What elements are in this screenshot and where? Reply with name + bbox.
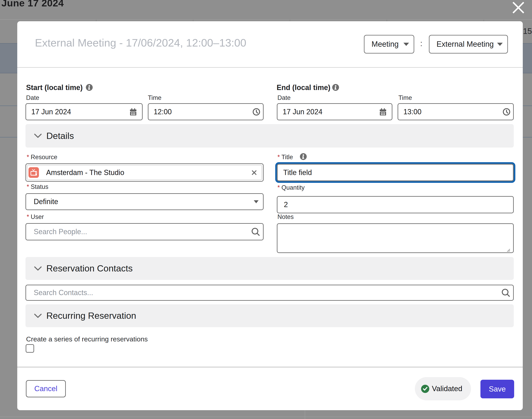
- calendar-column-line-bottom: [305, 410, 305, 419]
- calendar-header-line: [0, 19, 532, 20]
- resource-tv-icon: [28, 167, 39, 178]
- start-time-value: 12:00: [154, 108, 172, 116]
- quantity-label-text: Quantity: [281, 184, 304, 191]
- quantity-label: *Quantity: [277, 184, 305, 191]
- close-icon[interactable]: [512, 1, 524, 14]
- chevron-down-icon: [34, 133, 42, 139]
- calendar-icon: [380, 108, 386, 116]
- reservation-subtype-value: External Meeting: [437, 40, 494, 49]
- notes-label: Notes: [277, 213, 294, 221]
- resource-value: Amsterdam - The Studio: [46, 168, 124, 177]
- user-search-placeholder: Search People...: [34, 228, 87, 236]
- calendar-grid-line-bottom: [0, 417, 532, 417]
- section-details[interactable]: Details: [26, 124, 514, 147]
- end-date-label: Date: [277, 94, 290, 102]
- end-date-input[interactable]: 17 Jun 2024: [277, 103, 392, 120]
- required-marker: *: [27, 183, 29, 190]
- resource-label: *Resource: [27, 154, 57, 161]
- validated-label: Validated: [432, 384, 462, 393]
- chevron-down-icon: [254, 200, 259, 203]
- clock-icon: [252, 108, 260, 116]
- calendar-icon: [130, 108, 136, 116]
- search-icon: [501, 288, 510, 297]
- required-marker: *: [277, 184, 280, 191]
- recurring-checkbox[interactable]: [26, 344, 34, 353]
- start-heading: Start (local time): [26, 83, 83, 92]
- clock-icon-wrap: [503, 108, 511, 116]
- end-info-icon[interactable]: [332, 84, 339, 91]
- reservation-type-value: Meeting: [371, 40, 399, 49]
- recurring-checkbox-label: Create a series of recurring reservation…: [26, 335, 148, 343]
- status-select[interactable]: Definite: [26, 193, 264, 210]
- required-marker: *: [27, 213, 29, 220]
- start-info-icon[interactable]: [86, 84, 93, 91]
- reservation-title-input[interactable]: External Meeting - 17/06/2024, 12:00–13:…: [35, 37, 246, 49]
- status-value: Definite: [34, 197, 58, 206]
- reservation-subtype-select[interactable]: External Meeting: [429, 35, 508, 53]
- calendar-icon-wrap: [380, 108, 386, 116]
- calendar-date-heading: June 17 2024: [1, 0, 64, 9]
- contacts-search-input[interactable]: Search Contacts...: [26, 285, 514, 301]
- resource-combobox[interactable]: Amsterdam - The Studio: [26, 163, 264, 182]
- save-button[interactable]: Save: [480, 380, 514, 398]
- reservation-type-select[interactable]: Meeting: [364, 35, 414, 53]
- section-reservation-contacts[interactable]: Reservation Contacts: [26, 257, 514, 280]
- title-input[interactable]: [277, 164, 514, 181]
- required-marker: *: [277, 154, 280, 161]
- end-time-value: 13:00: [403, 108, 422, 116]
- type-separator: :: [419, 39, 424, 48]
- section-details-label: Details: [46, 131, 74, 141]
- end-time-label: Time: [398, 94, 412, 102]
- clear-resource-icon[interactable]: [251, 170, 257, 176]
- title-label-text: Title: [281, 154, 293, 161]
- search-icon: [251, 227, 260, 236]
- footer-divider: [17, 367, 523, 367]
- resource-label-text: Resource: [31, 154, 57, 161]
- quantity-input[interactable]: [277, 196, 514, 213]
- chevron-down-icon: [34, 266, 42, 271]
- title-label: *Title: [277, 154, 293, 161]
- header-divider: [17, 67, 523, 68]
- title-info-icon[interactable]: [300, 153, 307, 160]
- start-date-input[interactable]: 17 Jun 2024: [26, 103, 143, 120]
- status-label-text: Status: [31, 183, 48, 190]
- resource-combobox-inner: Amsterdam - The Studio: [27, 165, 262, 180]
- clock-icon-wrap: [252, 108, 260, 116]
- end-date-value: 17 Jun 2024: [283, 108, 322, 116]
- calendar-icon-wrap: [130, 108, 136, 116]
- validated-badge: Validated: [415, 377, 471, 400]
- notes-textarea[interactable]: [277, 223, 514, 253]
- end-heading: End (local time): [277, 83, 330, 92]
- user-search-input[interactable]: Search People...: [26, 223, 264, 240]
- user-label: *User: [27, 213, 44, 221]
- contacts-search-placeholder: Search Contacts...: [34, 288, 93, 297]
- start-time-label: Time: [148, 94, 162, 102]
- screen: June 17 2024 15 External Meeting - 17/06…: [0, 0, 532, 419]
- status-label: *Status: [27, 183, 48, 190]
- cancel-button[interactable]: Cancel: [26, 380, 66, 397]
- start-date-value: 17 Jun 2024: [31, 108, 71, 116]
- section-reservation-contacts-label: Reservation Contacts: [46, 263, 133, 274]
- section-recurring-reservation-label: Recurring Reservation: [46, 311, 136, 321]
- reservation-modal: External Meeting - 17/06/2024, 12:00–13:…: [17, 21, 523, 410]
- chevron-down-icon: [34, 313, 42, 319]
- calendar-hour-label: 15: [523, 27, 532, 36]
- section-recurring-reservation[interactable]: Recurring Reservation: [26, 304, 514, 327]
- required-marker: *: [27, 154, 29, 161]
- end-time-input[interactable]: 13:00: [398, 103, 514, 120]
- start-time-input[interactable]: 12:00: [148, 103, 264, 120]
- user-label-text: User: [31, 213, 44, 220]
- start-date-label: Date: [26, 94, 39, 102]
- chevron-down-icon: [497, 43, 503, 46]
- chevron-down-icon: [403, 43, 409, 46]
- resize-handle-icon[interactable]: [506, 248, 510, 252]
- validated-check-icon: [421, 385, 429, 393]
- clock-icon: [503, 108, 511, 116]
